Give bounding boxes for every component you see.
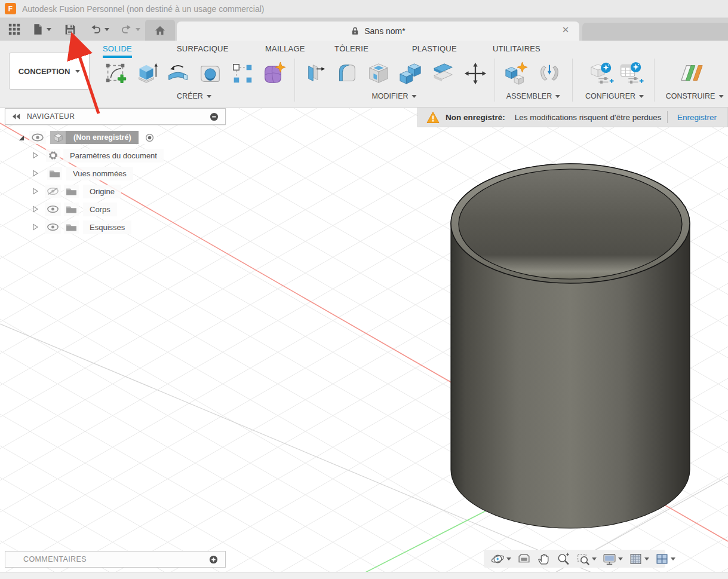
pan-button[interactable] [535, 550, 553, 567]
eye-icon [31, 133, 44, 142]
revolve-button[interactable] [164, 59, 192, 88]
construction-plane-button[interactable] [677, 59, 706, 88]
visibility-toggle[interactable] [45, 203, 61, 216]
group-assembler[interactable]: ASSEMBLER [506, 92, 560, 100]
rectangular-pattern-icon [230, 61, 255, 86]
activate-component-radio[interactable] [142, 131, 157, 144]
fillet-icon [334, 61, 359, 86]
tab-surfacique[interactable]: SURFACIQUE [177, 44, 229, 56]
workspace-selector-button[interactable]: CONCEPTION [9, 53, 90, 90]
shell-button[interactable] [364, 59, 393, 88]
app-launcher-button[interactable] [5, 18, 24, 41]
collapse-all-icon[interactable] [210, 112, 219, 121]
document-tab[interactable]: Sans nom* ✕ [177, 22, 579, 41]
zoom-button[interactable] [554, 550, 573, 567]
shell-icon [366, 61, 391, 86]
tab-utilitaires[interactable]: UTILITAIRES [493, 44, 540, 56]
orbit-icon [491, 552, 505, 566]
create-sketch-button[interactable] [102, 59, 130, 88]
navigator-header[interactable]: NAVIGATEUR [5, 108, 226, 125]
tree-item-label: Vues nommées [66, 167, 133, 180]
pan-hand-icon [537, 552, 551, 566]
visibility-toggle[interactable] [29, 131, 46, 144]
rectangular-pattern-button[interactable] [228, 59, 257, 88]
hole-icon [198, 61, 223, 86]
cylinder-body[interactable] [451, 164, 690, 528]
configure-design-button[interactable] [587, 59, 616, 88]
group-construire[interactable]: CONSTRUIRE [666, 92, 724, 100]
comments-panel[interactable]: COMMENTAIRES [5, 551, 226, 568]
combine-button[interactable] [397, 59, 425, 88]
tree-row-document-settings[interactable]: Paramètres du document [5, 146, 164, 164]
viewports-button[interactable] [653, 550, 678, 567]
resize-handle-icon[interactable] [18, 134, 24, 141]
tree-row-named-views[interactable]: Vues nommées [5, 164, 164, 182]
undo-button[interactable] [86, 18, 112, 41]
gear-icon [46, 149, 60, 162]
joint-icon [537, 61, 562, 86]
expand-arrow-icon[interactable] [32, 170, 38, 177]
window-title: Autodesk Fusion Personnel (non destiné à… [22, 4, 264, 14]
construction-plane-icon [679, 61, 704, 86]
tree-row-bodies[interactable]: Corps [5, 200, 164, 218]
joint-button[interactable] [535, 59, 564, 88]
move-copy-button[interactable] [461, 59, 490, 88]
create-sketch-icon [103, 61, 128, 86]
collapse-panel-icon[interactable] [12, 114, 21, 120]
tab-solide[interactable]: SOLIDE [103, 44, 132, 58]
expand-arrow-icon[interactable] [32, 223, 38, 231]
zoom-window-button[interactable] [574, 550, 599, 567]
eye-icon [47, 223, 59, 231]
visibility-toggle-off[interactable] [45, 185, 61, 198]
redo-button[interactable] [117, 18, 143, 41]
group-caret-icon [207, 95, 211, 98]
file-menu-button[interactable] [29, 18, 54, 41]
new-component-button[interactable] [502, 59, 530, 88]
grid-settings-button[interactable] [626, 550, 652, 567]
tab-plastique[interactable]: PLASTIQUE [412, 44, 457, 56]
expand-arrow-icon[interactable] [32, 206, 38, 213]
fusion-window: F Autodesk Fusion Personnel (non destiné… [0, 0, 728, 579]
display-settings-button[interactable] [600, 550, 625, 567]
tree-row-root-document[interactable]: (Non enregistré) [5, 128, 164, 146]
add-comment-icon[interactable] [209, 555, 218, 564]
configuration-table-button[interactable] [617, 59, 646, 88]
hole-button[interactable] [196, 59, 225, 88]
tree-row-origin[interactable]: Origine [5, 182, 164, 200]
expand-arrow-icon[interactable] [32, 152, 38, 159]
create-form-button[interactable] [259, 59, 288, 88]
save-link[interactable]: Enregistrer [677, 113, 717, 122]
home-view-button[interactable] [145, 20, 175, 41]
root-document-item[interactable]: (Non enregistré) [50, 131, 139, 144]
tab-tolerie[interactable]: TÔLERIE [334, 44, 368, 56]
split-body-button[interactable] [429, 59, 457, 88]
group-configurer[interactable]: CONFIGURER [585, 92, 644, 100]
workspace-caret-icon [75, 70, 80, 73]
extrude-button[interactable] [133, 59, 161, 88]
viewports-caret-icon [671, 557, 675, 560]
folder-icon [64, 203, 79, 216]
save-button[interactable] [61, 18, 79, 41]
home-icon [153, 24, 167, 37]
group-caret-icon [555, 95, 560, 98]
root-document-label: (Non enregistré) [66, 133, 139, 142]
group-modifier[interactable]: MODIFIER [371, 92, 416, 100]
tab-maillage[interactable]: MAILLAGE [265, 44, 305, 56]
document-tab-label: Sans nom* [364, 26, 405, 36]
fillet-button[interactable] [332, 59, 361, 88]
save-icon [64, 23, 76, 36]
orbit-caret-icon [506, 557, 511, 560]
expand-arrow-icon[interactable] [32, 188, 38, 195]
orbit-button[interactable] [489, 550, 514, 567]
viewports-icon [655, 552, 669, 566]
press-pull-button[interactable] [302, 59, 331, 88]
close-tab-icon[interactable]: ✕ [559, 24, 572, 35]
visibility-toggle[interactable] [45, 220, 61, 234]
zoom-window-caret-icon [592, 557, 597, 560]
undo-caret-icon [105, 28, 109, 31]
configure-design-icon [589, 61, 614, 86]
group-caret-icon [412, 95, 417, 98]
group-creer[interactable]: CRÉER [177, 92, 211, 100]
look-at-button[interactable] [515, 550, 533, 567]
tree-row-sketches[interactable]: Esquisses [5, 218, 164, 236]
